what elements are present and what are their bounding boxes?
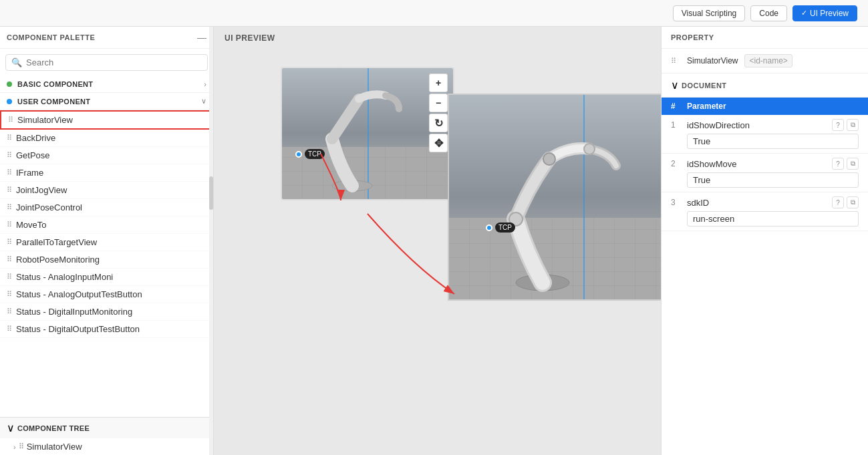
user-component-arrow: ∨	[201, 97, 206, 106]
component-item-status-analogoutputtestbutton[interactable]: ⠿ Status - AnalogOutputTestButton	[0, 286, 213, 303]
right-panel: PROPERTY ⠿ SimulatorView <id-name> ∨ DOC…	[661, 27, 868, 455]
code-button[interactable]: Code	[750, 5, 787, 21]
thumbnail-tcp-badge: TCP	[295, 149, 325, 159]
property-header: PROPERTY	[662, 27, 868, 49]
component-tree-header[interactable]: ∨ COMPONENT TREE	[0, 418, 213, 438]
param-2-name: idShowMove	[687, 159, 832, 169]
left-sidebar: COMPONENT PALETTE — 🔍 BASIC COMPONENT › …	[0, 27, 214, 455]
param-3-icons: ? ⧉	[832, 196, 859, 208]
component-label-iframe: IFrame	[16, 168, 43, 178]
basic-component-label: BASIC COMPONENT	[17, 80, 204, 88]
param-2-num: 2	[671, 159, 687, 168]
center-panel: UI PREVIEW	[214, 27, 661, 455]
main-layout: COMPONENT PALETTE — 🔍 BASIC COMPONENT › …	[0, 27, 868, 455]
component-item-backdrive[interactable]: ⠿ BackDrive	[0, 130, 213, 147]
thumbnail-zoom-in[interactable]: +	[429, 73, 448, 92]
param-2-copy-icon[interactable]: ⧉	[847, 158, 859, 170]
visual-scripting-button[interactable]: Visual Scripting	[673, 5, 746, 21]
tree-collapse-icon: ∨	[7, 422, 15, 434]
param-1-icons: ? ⧉	[832, 119, 859, 131]
document-header[interactable]: ∨ DOCUMENT	[662, 73, 868, 98]
sim-thumbnail: TCP + − ↻ ✥	[281, 67, 454, 200]
main-tcp-badge: TCP	[486, 222, 515, 233]
thumbnail-rotate[interactable]: ↻	[429, 114, 448, 132]
component-label-robotposemonitoring: RobotPoseMonitoring	[16, 255, 100, 265]
param-1-value[interactable]	[687, 134, 859, 149]
component-item-status-digitaloutputtestbutton[interactable]: ⠿ Status - DigitalOutputTestButton	[0, 321, 213, 338]
component-label-status-digitaloutputtestbutton: Status - DigitalOutputTestButton	[16, 324, 140, 334]
param-3-num: 3	[671, 198, 687, 207]
collapse-icon[interactable]: —	[197, 32, 206, 43]
user-component-section[interactable]: USER COMPONENT ∨	[0, 93, 213, 110]
component-item-getpose[interactable]: ⠿ GetPose	[0, 147, 213, 164]
drag-icon-simulatorview: ⠿	[8, 116, 13, 124]
drag-icon-getpose: ⠿	[7, 151, 12, 160]
main-robot-bg: TCP + − ↻ ✥	[449, 95, 661, 299]
ui-preview-button[interactable]: UI Preview	[792, 5, 857, 21]
svg-point-3	[543, 153, 555, 165]
param-row-3-top: 3 sdkID ? ⧉	[671, 196, 859, 208]
basic-component-dot	[7, 82, 12, 87]
component-item-robotposemonitoring[interactable]: ⠿ RobotPoseMonitoring	[0, 251, 213, 269]
param-table: # Parameter 1 idShowDirection ? ⧉ 2	[662, 98, 868, 231]
property-component-name: SimulatorView	[687, 56, 738, 65]
param-row-1-top: 1 idShowDirection ? ⧉	[671, 119, 859, 131]
drag-icon-moveto: ⠿	[7, 220, 12, 229]
property-component-row: ⠿ SimulatorView <id-name>	[662, 49, 868, 73]
component-item-iframe[interactable]: ⠿ IFrame	[0, 164, 213, 182]
component-label-simulatorview: SimulatorView	[17, 115, 73, 125]
component-label-jointjogview: JointJogView	[16, 185, 67, 195]
user-component-dot	[7, 99, 12, 104]
search-input[interactable]	[26, 57, 202, 67]
tree-drag-icon: ⠿	[19, 442, 24, 451]
property-title: PROPERTY	[671, 33, 714, 41]
thumbnail-tcp-dot	[295, 151, 302, 158]
param-row-1: 1 idShowDirection ? ⧉	[662, 115, 868, 154]
component-label-backdrive: BackDrive	[16, 133, 55, 143]
tree-item-simulatorview[interactable]: › ⠿ SimulatorView	[0, 438, 213, 455]
component-item-moveto[interactable]: ⠿ MoveTo	[0, 216, 213, 234]
component-item-status-analoginputmoni[interactable]: ⠿ Status - AnalogInputMoni	[0, 269, 213, 286]
thumbnail-robot-bg: TCP + − ↻ ✥	[282, 68, 453, 199]
param-1-copy-icon[interactable]: ⧉	[847, 119, 859, 131]
main-tcp-dot	[486, 224, 492, 231]
drag-icon-iframe: ⠿	[7, 168, 12, 177]
param-3-value[interactable]	[687, 211, 859, 226]
sidebar-scrollbar[interactable]	[209, 27, 213, 455]
thumbnail-zoom-out[interactable]: −	[429, 94, 448, 112]
user-component-label: USER COMPONENT	[17, 98, 201, 106]
property-id-value[interactable]: <id-name>	[744, 54, 792, 67]
component-tree: ∨ COMPONENT TREE › ⠿ SimulatorView	[0, 417, 213, 455]
basic-component-section[interactable]: BASIC COMPONENT ›	[0, 76, 213, 93]
drag-icon-status-analogoutputtestbutton: ⠿	[7, 290, 12, 299]
param-3-help-icon[interactable]: ?	[832, 196, 844, 208]
component-item-simulatorview[interactable]: ⠿ SimulatorView ▶	[0, 110, 213, 130]
component-item-status-digitalinputmonitoring[interactable]: ⠿ Status - DigitalInputMonitoring	[0, 303, 213, 321]
tree-expand-icon: ›	[13, 443, 16, 451]
param-2-help-icon[interactable]: ?	[832, 158, 844, 170]
component-item-jointposecontrol[interactable]: ⠿ JointPoseControl	[0, 199, 213, 216]
component-item-jointjogview[interactable]: ⠿ JointJogView	[0, 182, 213, 199]
param-1-help-icon[interactable]: ?	[832, 119, 844, 131]
component-label-moveto: MoveTo	[16, 220, 47, 230]
param-row-2-top: 2 idShowMove ? ⧉	[671, 158, 859, 170]
search-box: 🔍	[5, 54, 208, 71]
thumbnail-controls: + − ↻ ✥	[429, 73, 448, 152]
component-tree-title: COMPONENT TREE	[17, 424, 90, 432]
thumbnail-move[interactable]: ✥	[429, 134, 448, 152]
drag-icon-backdrive: ⠿	[7, 134, 12, 142]
drag-icon-jointposecontrol: ⠿	[7, 203, 12, 212]
param-row-2: 2 idShowMove ? ⧉	[662, 154, 868, 192]
component-item-paralleltotargetview[interactable]: ⠿ ParallelToTargetView	[0, 234, 213, 251]
svg-point-4	[584, 144, 595, 154]
param-3-copy-icon[interactable]: ⧉	[847, 196, 859, 208]
tree-item-label-simulatorview: SimulatorView	[27, 442, 82, 452]
thumbnail-robot-arm	[292, 86, 426, 192]
param-3-name: sdkID	[687, 198, 832, 208]
drag-icon-status-digitalinputmonitoring: ⠿	[7, 307, 12, 316]
basic-component-arrow: ›	[204, 80, 206, 88]
component-palette-title: COMPONENT PALETTE	[7, 33, 95, 41]
search-icon: 🔍	[11, 57, 22, 67]
component-label-status-digitalinputmonitoring: Status - DigitalInputMonitoring	[16, 307, 132, 317]
param-2-value[interactable]	[687, 172, 859, 188]
